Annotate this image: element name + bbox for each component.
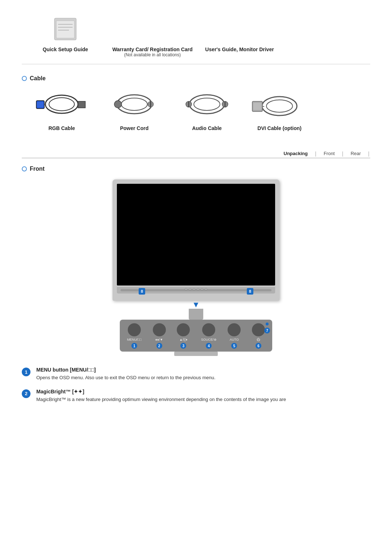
desc-title-1: MENU button [MENU/□□]	[36, 367, 370, 373]
led-1	[185, 288, 187, 290]
docs-section: Quick Setup Guide Warranty Card/ Registr…	[22, 15, 370, 64]
volume-btn-label: ▲/((♦	[179, 338, 187, 341]
cables-grid: RGB Cable Power Cord	[25, 86, 370, 138]
svg-point-6	[49, 98, 74, 111]
panel-button-power: ⏻ 6	[252, 323, 265, 349]
power-indicator-dot	[266, 323, 269, 325]
monitor-wrapper: 8 8 ▼ MENU/□□ 1 ♠♠/▼	[113, 179, 279, 356]
led-row	[185, 288, 207, 290]
cable-section-header: Cable	[22, 75, 370, 82]
panel-button-source: SOUCE/⊕ 4	[201, 323, 217, 349]
desc-number-1: 1	[22, 368, 30, 376]
svg-point-11	[121, 98, 147, 110]
auto-btn-number: 5	[231, 343, 237, 349]
svg-point-15	[189, 95, 224, 114]
led-3	[193, 288, 195, 290]
front-section: Front	[22, 166, 370, 403]
panel-button-volume: ▲/((♦ 3	[177, 323, 190, 349]
badge-8-right: 8	[247, 288, 253, 295]
led-4	[197, 288, 199, 290]
svg-point-21	[262, 97, 297, 116]
tab-rear[interactable]: Rear	[344, 149, 367, 158]
cable-title: Cable	[30, 75, 46, 82]
svg-point-12	[114, 101, 122, 108]
front-section-header: Front	[22, 166, 370, 172]
users-guide-image	[220, 15, 260, 44]
dvi-cable-label: DVI Cable (option)	[257, 125, 301, 131]
audio-cable-label: Audio Cable	[192, 125, 222, 131]
svg-rect-1	[56, 21, 74, 38]
source-btn-label: SOUCE/⊕	[201, 338, 217, 341]
desc-content-2: MagicBright™ [✦✦] MagicBright™ is a new …	[36, 389, 370, 403]
tab-sep-3: |	[368, 150, 369, 157]
doc-warranty: Warranty Card/ Registration Card (Not av…	[109, 15, 196, 57]
menu-btn-label: MENU/□□	[127, 338, 142, 341]
warranty-image	[132, 15, 172, 44]
magicbright-btn-label: ♠♠/▼	[155, 338, 163, 341]
tab-sep-1: |	[315, 150, 317, 157]
tab-front[interactable]: Front	[317, 149, 341, 158]
panel-button-auto: AUTO 5	[228, 323, 241, 349]
source-btn-number: 4	[206, 343, 212, 349]
menu-btn-circle	[128, 323, 141, 336]
dvi-cable-image	[250, 86, 309, 122]
svg-rect-8	[37, 102, 44, 108]
badge-7: 7	[264, 328, 270, 333]
warranty-label: Warranty Card/ Registration Card	[112, 46, 192, 52]
doc-quick-setup: Quick Setup Guide	[22, 15, 109, 52]
rgb-cable-image	[33, 86, 91, 122]
monitor-stand-base	[174, 352, 218, 356]
warranty-sublabel: (Not available in all locations)	[124, 52, 181, 57]
auto-btn-label: AUTO	[230, 338, 239, 341]
power-cord-label: Power Cord	[120, 125, 149, 131]
desc-text-1: Opens the OSD menu. Also use to exit the…	[36, 374, 370, 381]
desc-item-1: 1 MENU button [MENU/□□] Opens the OSD me…	[22, 367, 370, 381]
power-btn-number: 6	[256, 343, 261, 349]
quick-setup-image	[45, 15, 85, 44]
power-cord-image	[105, 86, 163, 122]
led-2	[189, 288, 191, 290]
front-dot	[22, 166, 27, 171]
arrow-down-icon: ▼	[113, 300, 279, 309]
badge-8-left: 8	[139, 288, 145, 295]
monitor-container: 8 8 ▼ MENU/□□ 1 ♠♠/▼	[22, 179, 370, 356]
svg-rect-24	[253, 103, 261, 110]
desc-title-2: MagicBright™ [✦✦]	[36, 389, 370, 394]
desc-text-2: MagicBright™ is a new feature providing …	[36, 396, 370, 403]
magicbright-btn-circle	[153, 323, 166, 336]
desc-section: 1 MENU button [MENU/□□] Opens the OSD me…	[22, 367, 370, 403]
svg-point-10	[117, 95, 152, 114]
power-btn-label: ⏻	[257, 338, 260, 341]
magicbright-btn-number: 2	[156, 343, 162, 349]
auto-btn-circle	[228, 323, 241, 336]
panel-button-menu: MENU/□□ 1	[127, 323, 142, 349]
rgb-cable-label: RGB Cable	[48, 125, 75, 131]
rgb-cable-item: RGB Cable	[25, 86, 98, 131]
volume-btn-circle	[177, 323, 190, 336]
quick-setup-label: Quick Setup Guide	[42, 46, 88, 52]
source-btn-circle	[202, 323, 215, 336]
power-cord-item: Power Cord	[98, 86, 171, 131]
panel-button-magicbright: ♠♠/▼ 2	[153, 323, 166, 349]
monitor-stand-top	[189, 309, 203, 320]
svg-point-22	[266, 100, 293, 112]
menu-btn-number: 1	[131, 343, 137, 349]
users-guide-label: User's Guide, Monitor Driver	[205, 46, 274, 52]
doc-users-guide: User's Guide, Monitor Driver	[196, 15, 283, 52]
audio-cable-item: Audio Cable	[171, 86, 243, 131]
dvi-cable-item: DVI Cable (option)	[243, 86, 316, 131]
monitor-screen	[117, 184, 275, 285]
front-title: Front	[30, 166, 45, 172]
tab-sep-2: |	[342, 150, 343, 157]
power-btn-circle	[252, 323, 265, 336]
tab-unpacking[interactable]: Unpacking	[277, 149, 314, 158]
svg-point-16	[194, 98, 220, 110]
led-6	[205, 288, 207, 290]
cable-dot	[22, 76, 27, 81]
button-panel: MENU/□□ 1 ♠♠/▼ 2 ▲/((♦ 3 S	[120, 320, 272, 352]
led-5	[201, 288, 203, 290]
volume-btn-number: 3	[180, 343, 186, 349]
desc-number-2: 2	[22, 389, 30, 398]
monitor-bezel: 8 8	[113, 179, 279, 301]
audio-cable-image	[178, 86, 236, 122]
